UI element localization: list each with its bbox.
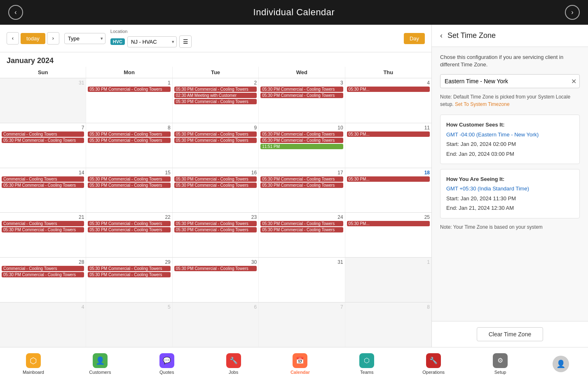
cal-cell-w5d4[interactable]: 8 bbox=[345, 303, 431, 347]
cal-cell-w1d0[interactable]: 7Commercial - Cooling Towers05:30 PM Com… bbox=[0, 123, 86, 168]
cal-cell-w1d1[interactable]: 805:30 PM Commercial - Cooling Towers05:… bbox=[86, 123, 172, 168]
timezone-input[interactable] bbox=[440, 74, 580, 88]
prev-month-button[interactable]: ‹ bbox=[7, 32, 19, 45]
list-icon-button[interactable]: ☰ bbox=[179, 35, 192, 48]
cal-cell-w1d4[interactable]: 1105:30 PM... bbox=[345, 123, 431, 168]
cal-cell-w3d3[interactable]: 2405:30 PM Commercial - Cooling Towers05… bbox=[259, 213, 345, 257]
day-number: 22 bbox=[88, 214, 170, 220]
event-chip[interactable]: 05:30 PM Commercial - Cooling Towers bbox=[174, 87, 257, 92]
cal-cell-w2d4[interactable]: 1805:30 PM... bbox=[345, 168, 431, 213]
event-chip[interactable]: 05:30 PM Commercial - Cooling Towers bbox=[260, 93, 343, 98]
event-chip[interactable]: 05:30 PM Commercial - Cooling Towers bbox=[260, 227, 343, 232]
panel-back-button[interactable]: ‹ bbox=[440, 31, 443, 40]
event-chip[interactable]: 05:30 PM Commercial - Cooling Towers bbox=[88, 183, 170, 188]
cal-cell-w3d1[interactable]: 2205:30 PM Commercial - Cooling Towers05… bbox=[86, 213, 172, 257]
cal-cell-w2d3[interactable]: 1705:30 PM Commercial - Cooling Towers05… bbox=[259, 168, 345, 213]
event-chip[interactable]: 05:30 PM Commercial - Cooling Towers bbox=[174, 99, 257, 104]
day-number: 21 bbox=[2, 214, 84, 220]
event-chip[interactable]: 02:30 AM Meeting with Customer bbox=[174, 93, 257, 98]
event-chip[interactable]: 05:30 PM Commercial - Cooling Towers bbox=[88, 221, 170, 226]
event-chip[interactable]: 05:30 PM... bbox=[347, 221, 430, 226]
event-chip[interactable]: Commercial - Cooling Towers bbox=[2, 266, 84, 271]
event-chip[interactable]: 05:30 PM Commercial - Cooling Towers bbox=[260, 183, 343, 188]
cal-cell-w3d4[interactable]: 2505:30 PM... bbox=[345, 213, 431, 257]
day-number: 31 bbox=[260, 259, 343, 265]
cal-cell-w0d1[interactable]: 105:30 PM Commercial - Cooling Towers bbox=[86, 78, 172, 123]
cal-cell-w4d2[interactable]: 3005:30 PM Commercial - Cooling Towers bbox=[173, 258, 259, 302]
cal-cell-w2d0[interactable]: 14Commercial - Cooling Towers05:30 PM Co… bbox=[0, 168, 86, 213]
cal-cell-w5d2[interactable]: 6 bbox=[173, 303, 259, 347]
cal-cell-w2d2[interactable]: 1605:30 PM Commercial - Cooling Towers05… bbox=[173, 168, 259, 213]
cal-cell-w5d1[interactable]: 5 bbox=[86, 303, 172, 347]
event-chip[interactable]: 05:30 PM Commercial - Cooling Towers bbox=[88, 138, 170, 143]
event-chip[interactable]: 05:30 PM Commercial - Cooling Towers bbox=[2, 272, 84, 277]
cal-cell-w0d3[interactable]: 305:30 PM Commercial - Cooling Towers05:… bbox=[259, 78, 345, 123]
cal-cell-w0d4[interactable]: 405:30 PM... bbox=[345, 78, 431, 123]
user-avatar[interactable]: 👤 bbox=[553, 356, 569, 372]
cal-cell-w0d2[interactable]: 205:30 PM Commercial - Cooling Towers02:… bbox=[173, 78, 259, 123]
event-chip[interactable]: 05:30 PM Commercial - Cooling Towers bbox=[260, 176, 343, 182]
event-chip[interactable]: 05:30 PM Commercial - Cooling Towers bbox=[88, 227, 170, 232]
day-header-sun: Sun bbox=[0, 67, 86, 78]
event-chip[interactable]: 05:30 PM Commercial - Cooling Towers bbox=[88, 272, 170, 277]
cal-cell-w5d0[interactable]: 4 bbox=[0, 303, 86, 347]
nav-item-jobs[interactable]: 🔧 Jobs bbox=[219, 353, 248, 375]
back-button[interactable]: ‹ bbox=[8, 5, 23, 20]
nav-item-calendar[interactable]: 📅 Calendar bbox=[286, 353, 314, 375]
day-number: 25 bbox=[347, 214, 430, 220]
event-chip[interactable]: 05:30 PM Commercial - Cooling Towers bbox=[88, 176, 170, 182]
location-select[interactable]: NJ - HVAC bbox=[127, 36, 177, 47]
event-chip[interactable]: Commercial - Cooling Towers bbox=[2, 176, 84, 182]
event-chip[interactable]: 05:30 PM... bbox=[347, 176, 430, 182]
event-chip[interactable]: 05:30 PM Commercial - Cooling Towers bbox=[174, 221, 257, 226]
event-chip[interactable]: 05:30 PM Commercial - Cooling Towers bbox=[174, 176, 257, 182]
cal-cell-w4d3[interactable]: 31 bbox=[259, 258, 345, 302]
nav-item-teams[interactable]: ⬡ Teams bbox=[352, 353, 381, 375]
cal-cell-w1d2[interactable]: 905:30 PM Commercial - Cooling Towers05:… bbox=[173, 123, 259, 168]
event-chip[interactable]: 05:30 PM Commercial - Cooling Towers bbox=[174, 138, 257, 143]
event-chip[interactable]: Commercial - Cooling Towers bbox=[2, 131, 84, 137]
event-chip[interactable]: 05:30 PM Commercial - Cooling Towers bbox=[2, 227, 84, 232]
event-chip[interactable]: 05:30 PM Commercial - Cooling Towers bbox=[2, 183, 84, 188]
event-chip[interactable]: 05:30 PM Commercial - Cooling Towers bbox=[260, 87, 343, 92]
next-month-button[interactable]: › bbox=[47, 32, 59, 45]
cal-cell-w5d3[interactable]: 7 bbox=[259, 303, 345, 347]
event-chip[interactable]: Commercial - Cooling Towers bbox=[2, 221, 84, 226]
event-chip[interactable]: 05:30 PM Commercial - Cooling Towers bbox=[174, 227, 257, 232]
nav-item-operations[interactable]: 🔧 Operations bbox=[419, 353, 448, 375]
today-button[interactable]: today bbox=[21, 33, 45, 44]
cal-cell-w0d0[interactable]: 31 bbox=[0, 78, 86, 123]
event-chip[interactable]: 05:30 PM Commercial - Cooling Towers bbox=[174, 131, 257, 137]
cal-cell-w3d2[interactable]: 2305:30 PM Commercial - Cooling Towers05… bbox=[173, 213, 259, 257]
panel-title: Set Time Zone bbox=[447, 31, 496, 40]
cal-cell-w2d1[interactable]: 1505:30 PM Commercial - Cooling Towers05… bbox=[86, 168, 172, 213]
cal-cell-w4d4[interactable]: 1 bbox=[345, 258, 431, 302]
event-chip[interactable]: 05:30 PM Commercial - Cooling Towers bbox=[88, 87, 170, 92]
nav-item-quotes[interactable]: 💬 Quotes bbox=[152, 353, 181, 375]
cal-cell-w4d0[interactable]: 28Commercial - Cooling Towers05:30 PM Co… bbox=[0, 258, 86, 302]
clear-timezone-button[interactable]: Clear Time Zone bbox=[477, 327, 543, 341]
type-select[interactable]: Type bbox=[64, 33, 105, 44]
event-chip[interactable]: 05:30 PM Commercial - Cooling Towers bbox=[260, 221, 343, 226]
event-chip[interactable]: 05:30 PM Commercial - Cooling Towers bbox=[2, 138, 84, 143]
cal-cell-w4d1[interactable]: 2905:30 PM Commercial - Cooling Towers05… bbox=[86, 258, 172, 302]
nav-item-customers[interactable]: 👤 Customers bbox=[86, 353, 115, 375]
nav-label-jobs: Jobs bbox=[229, 370, 238, 375]
set-to-system-timezone-link[interactable]: Set To System Timezone bbox=[455, 101, 510, 107]
event-chip[interactable]: 05:30 PM Commercial - Cooling Towers bbox=[174, 183, 257, 188]
event-chip[interactable]: 05:30 PM Commercial - Cooling Towers bbox=[88, 131, 170, 137]
cal-cell-w3d0[interactable]: 21Commercial - Cooling Towers05:30 PM Co… bbox=[0, 213, 86, 257]
nav-item-mainboard[interactable]: ⬡ Mainboard bbox=[19, 353, 48, 375]
event-chip[interactable]: 05:30 PM Commercial - Cooling Towers bbox=[260, 138, 343, 143]
event-chip[interactable]: 05:30 PM... bbox=[347, 87, 430, 92]
day-view-button[interactable]: Day bbox=[404, 33, 425, 44]
forward-button[interactable]: › bbox=[565, 5, 580, 20]
event-chip[interactable]: 05:30 PM... bbox=[347, 131, 430, 137]
cal-cell-w1d3[interactable]: 1005:30 PM Commercial - Cooling Towers05… bbox=[259, 123, 345, 168]
nav-item-setup[interactable]: ⚙ Setup bbox=[486, 353, 515, 375]
event-chip[interactable]: 11:51 PM bbox=[260, 144, 343, 149]
event-chip[interactable]: 05:30 PM Commercial - Cooling Towers bbox=[174, 266, 257, 271]
timezone-clear-x-button[interactable]: ✕ bbox=[571, 77, 576, 85]
event-chip[interactable]: 05:30 PM Commercial - Cooling Towers bbox=[260, 131, 343, 137]
event-chip[interactable]: 05:30 PM Commercial - Cooling Towers bbox=[88, 266, 170, 271]
